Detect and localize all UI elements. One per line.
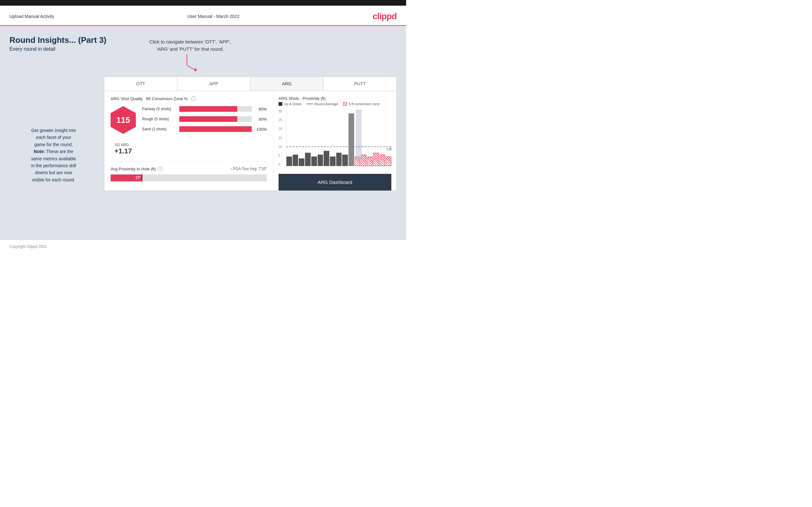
chart-bars-area: ◁ 8: [286, 110, 391, 166]
help-icon[interactable]: ?: [191, 96, 196, 101]
stats-header: ARG Shot Quality 6ft Conversion Zone % ?: [111, 96, 267, 101]
hexagon-wrapper: 115 SG ARG +1.17: [111, 106, 136, 155]
bar-label-rough: Rough (5 shots): [142, 117, 177, 121]
bar-stats: Fairway (5 shots) 80% Rough (5 shots): [142, 106, 267, 136]
chart-bar-14: [367, 157, 373, 166]
legend-dashed-icon: [307, 104, 313, 104]
chart-bar-1: [287, 157, 292, 166]
chart-bar-9: [336, 153, 342, 166]
bar-pct-fairway: 80%: [254, 107, 267, 111]
chart-bar-3: [299, 158, 304, 166]
proximity-value: 77': [136, 176, 141, 180]
tab-arg[interactable]: ARG: [251, 77, 323, 91]
legend-updown: Up & Down: [278, 102, 302, 106]
sg-value: +1.17: [114, 147, 132, 155]
page-subtitle: Every round in detail: [9, 46, 106, 52]
bar-track-fairway: [179, 106, 252, 112]
y-label-15: 15: [278, 136, 282, 140]
hexagon-value: 115: [111, 106, 136, 134]
svg-marker-2: [195, 68, 197, 71]
y-label-10: 10: [278, 145, 282, 149]
svg-line-1: [187, 65, 195, 70]
proximity-help-icon[interactable]: ?: [158, 166, 163, 171]
bar-group-4: [305, 110, 311, 166]
bar-group-7: [323, 110, 329, 166]
tab-app[interactable]: APP: [177, 77, 251, 91]
dashboard-body: ARG Shot Quality 6ft Conversion Zone % ?…: [104, 91, 396, 190]
tabs: OTT APP ARG PUTT: [104, 77, 396, 91]
tab-ott[interactable]: OTT: [104, 77, 177, 91]
chart-bar-8: [330, 157, 336, 166]
bar-item-rough: Rough (5 shots) 80%: [142, 116, 267, 122]
chart-bar-10: [342, 155, 348, 166]
bar-group-14: [367, 110, 373, 166]
chart-y-axis: 0 5 10 15 20 25 30: [278, 110, 283, 166]
bar-group-10: [342, 110, 348, 166]
bar-track-rough: [179, 116, 252, 122]
bar-label-sand: Sand (1 shots): [142, 127, 177, 131]
arrow-annotation: [181, 53, 199, 71]
bar-group-15: [373, 110, 379, 166]
chart-bar-4: [305, 153, 311, 166]
arg-dashboard-button[interactable]: ARG Dashboard: [278, 174, 391, 190]
pga-avg: ↑ PGA Tour Avg: 7'10": [230, 167, 267, 171]
legend-square-icon: [278, 102, 282, 106]
bar-chart-container: 0 5 10 15 20 25 30: [278, 110, 391, 173]
header-title: User Manual - March 2022: [187, 14, 240, 19]
left-panel: Get greater insight into each facet of y…: [9, 76, 98, 183]
main-content: Round Insights... (Part 3) Every round i…: [0, 26, 406, 240]
logo: clippd: [373, 11, 397, 21]
highlight-bar: [356, 110, 362, 160]
chart-bar-6: [318, 155, 323, 166]
bar-fill-sand: [179, 126, 252, 132]
bar-group-1: [287, 110, 292, 166]
chart-bar-15: [373, 153, 379, 166]
proximity-header: Avg Proximity to Hole (ft) ? ↑ PGA Tour …: [111, 166, 267, 171]
bar-group-2: [293, 110, 298, 166]
legend-hatched-icon: [343, 102, 347, 106]
chart-bar-11: [349, 113, 354, 166]
chart-bar-17: [386, 157, 391, 166]
stats-header-sub: 6ft Conversion Zone %: [146, 96, 188, 101]
bar-item-sand: Sand (1 shots) 100%: [142, 126, 267, 132]
bar-group-16: [380, 110, 385, 166]
legend-roundavg-label: Round Average: [314, 102, 339, 106]
page-title: Round Insights... (Part 3): [9, 35, 106, 45]
bar-item-fairway: Fairway (5 shots) 80%: [142, 106, 267, 112]
stats-header-label: ARG Shot Quality: [111, 96, 143, 101]
navigation-hint: Click to navigate between 'OTT', 'APP','…: [149, 35, 231, 71]
chart-bar-5: [311, 157, 317, 166]
avg-label: ◁ 8: [385, 147, 391, 151]
bar-group-3: [299, 110, 304, 166]
proximity-section: Avg Proximity to Hole (ft) ? ↑ PGA Tour …: [111, 162, 267, 181]
sg-label: SG ARG: [114, 143, 132, 147]
proximity-label: Avg Proximity to Hole (ft): [111, 167, 156, 171]
tab-putt[interactable]: PUTT: [323, 77, 396, 91]
proximity-bar-fill: 77': [111, 174, 142, 181]
note-label: Note:: [34, 149, 45, 154]
dashboard-panel: OTT APP ARG PUTT ARG Shot Quality 6ft Co…: [104, 76, 397, 191]
insight-text: Get greater insight into each facet of y…: [9, 127, 98, 183]
legend-6ft: 6 ft conversion zone: [343, 102, 379, 106]
proximity-bar-track: 77': [111, 174, 267, 181]
bar-group-8: [330, 110, 336, 166]
y-label-25: 25: [278, 118, 282, 122]
legend-6ft-label: 6 ft conversion zone: [349, 102, 379, 106]
stats-section: ARG Shot Quality 6ft Conversion Zone % ?…: [104, 91, 273, 190]
chart-bar-16: [380, 155, 385, 166]
header: Upload Manual Activity User Manual - Mar…: [0, 6, 406, 26]
copyright: Copyright Clippd 2021: [9, 244, 47, 249]
bar-pct-rough: 80%: [254, 117, 267, 122]
top-bar: [0, 0, 406, 6]
round-avg-line: ◁ 8: [287, 147, 391, 151]
y-label-20: 20: [278, 127, 282, 131]
chart-bar-2: [293, 155, 298, 166]
chart-legend: Up & Down Round Average 6 ft conversion …: [278, 102, 391, 106]
chart-section: ARG Shots - Proximity (ft) Up & Down Rou…: [273, 91, 396, 190]
content-wrapper: Get greater insight into each facet of y…: [9, 76, 397, 191]
chart-bar-7: [323, 151, 329, 166]
upload-link[interactable]: Upload Manual Activity: [9, 14, 54, 19]
bar-fill-rough: [179, 116, 237, 122]
hexagon-container: 115 SG ARG +1.17 Fairway (5 shots): [111, 106, 267, 155]
bar-group-17: [386, 110, 391, 166]
